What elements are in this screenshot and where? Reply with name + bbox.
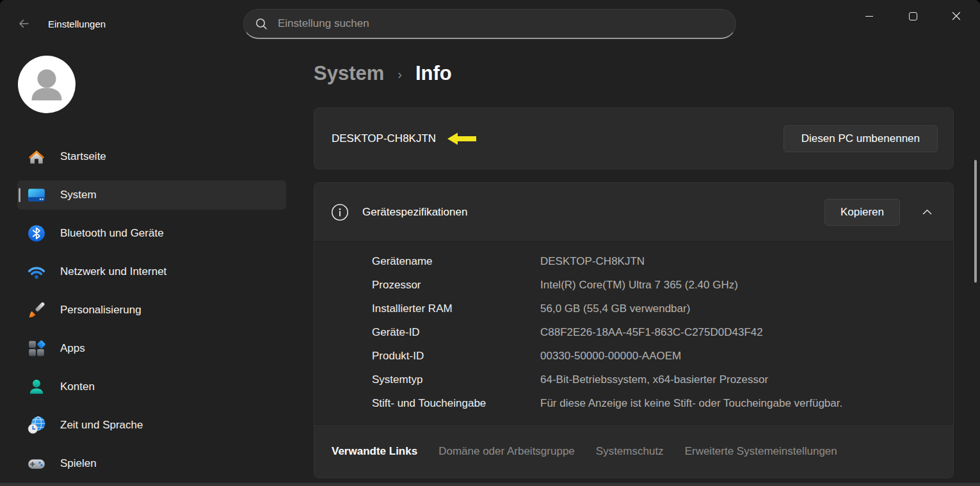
link-systemschutz[interactable]: Systemschutz <box>596 445 664 458</box>
breadcrumb: System › Info <box>314 59 452 88</box>
spec-row-geraetename: Gerätename DESKTOP-CH8KJTN <box>314 249 953 273</box>
related-links-row: Verwandte Links Domäne oder Arbeitsgrupp… <box>314 425 953 478</box>
personalization-icon <box>27 301 46 320</box>
breadcrumb-system[interactable]: System <box>314 62 384 85</box>
spec-value: Für diese Anzeige ist keine Stift- oder … <box>540 397 842 410</box>
apps-icon <box>27 339 46 358</box>
sidebar-item-konten[interactable]: Konten <box>17 372 286 402</box>
back-button[interactable] <box>10 10 37 37</box>
sidebar-item-label: Bluetooth und Geräte <box>60 227 164 240</box>
spec-value: Intel(R) Core(TM) Ultra 7 365 (2.40 GHz) <box>540 279 738 292</box>
sidebar-item-spielen[interactable]: Spielen <box>17 449 286 478</box>
spec-label: Systemtyp <box>372 373 540 386</box>
spec-value: DESKTOP-CH8KJTN <box>540 255 645 268</box>
avatar[interactable] <box>18 56 76 113</box>
sidebar-item-zeit-sprache[interactable]: Zeit und Sprache <box>17 411 286 440</box>
sidebar-item-personalisierung[interactable]: Personalisierung <box>17 295 286 325</box>
sidebar-item-startseite[interactable]: Startseite <box>17 142 286 171</box>
system-icon <box>27 185 46 205</box>
spec-value: 64-Bit-Betriebssystem, x64-basierter Pro… <box>540 373 768 386</box>
gaming-icon <box>27 454 46 473</box>
bluetooth-icon <box>27 224 46 243</box>
device-specs-card: Gerätespezifikationen Kopieren Gerätenam… <box>314 182 954 478</box>
device-specs-table: Gerätename DESKTOP-CH8KJTN Prozessor Int… <box>314 241 953 425</box>
copy-button[interactable]: Kopieren <box>824 199 900 226</box>
link-domaene-arbeitsgruppe[interactable]: Domäne oder Arbeitsgruppe <box>438 445 575 458</box>
spec-value: C88F2E26-18AA-45F1-863C-C275D0D43F42 <box>540 326 763 339</box>
sidebar-item-label: Apps <box>60 342 85 355</box>
rename-pc-button[interactable]: Diesen PC umbenennen <box>783 125 938 152</box>
settings-window: Einstellungen <box>0 0 980 486</box>
minimize-button[interactable] <box>855 1 884 31</box>
spec-row-ram: Installierter RAM 56,0 GB (55,4 GB verwe… <box>314 297 953 320</box>
device-name-group: DESKTOP-CH8KJTN <box>332 131 477 146</box>
sidebar-item-label: System <box>60 189 97 201</box>
home-icon <box>27 147 46 166</box>
sidebar-item-label: Netzwerk und Internet <box>60 265 166 278</box>
sidebar-item-label: Konten <box>60 380 95 393</box>
sidebar-nav: Startseite System Bluetooth und Geräte <box>17 142 286 486</box>
network-icon <box>27 262 46 281</box>
spec-row-produkt-id: Produkt-ID 00330-50000-00000-AAOEM <box>314 344 953 368</box>
minimize-icon <box>865 16 873 17</box>
device-specs-title: Gerätespezifikationen <box>362 206 467 219</box>
spec-label: Stift- und Toucheingabe <box>372 397 540 410</box>
collapse-toggle[interactable] <box>917 203 936 222</box>
spec-row-prozessor: Prozessor Intel(R) Core(TM) Ultra 7 365 … <box>314 273 953 297</box>
annotation-left-arrow-icon <box>447 131 477 146</box>
sidebar-item-netzwerk[interactable]: Netzwerk und Internet <box>17 257 286 286</box>
spec-value: 00330-50000-00000-AAOEM <box>540 350 681 363</box>
spec-label: Installierter RAM <box>372 302 540 315</box>
device-specs-header[interactable]: Gerätespezifikationen Kopieren <box>314 183 953 241</box>
sidebar-item-label: Startseite <box>60 150 106 163</box>
spec-row-systemtyp: Systemtyp 64-Bit-Betriebssystem, x64-bas… <box>314 368 953 391</box>
time-language-icon <box>27 416 46 435</box>
person-icon <box>18 56 76 113</box>
window-bottom-edge <box>0 483 980 486</box>
spec-value: 56,0 GB (55,4 GB verwendbar) <box>540 302 690 315</box>
window-controls <box>855 1 971 31</box>
sidebar-item-label: Zeit und Sprache <box>60 419 143 432</box>
info-icon <box>331 203 349 221</box>
breadcrumb-separator-icon: › <box>398 67 402 82</box>
accounts-icon <box>27 377 46 396</box>
sidebar-item-apps[interactable]: Apps <box>17 334 286 363</box>
sidebar-item-label: Spielen <box>60 457 97 470</box>
search-icon <box>255 18 268 30</box>
chevron-up-icon <box>922 209 932 215</box>
page-title: Info <box>415 62 452 85</box>
search-box[interactable] <box>243 9 736 39</box>
back-arrow-icon <box>17 17 30 30</box>
spec-row-stift-touch: Stift- und Toucheingabe Für diese Anzeig… <box>314 391 953 415</box>
selected-indicator <box>19 188 20 202</box>
close-button[interactable] <box>942 1 971 31</box>
sidebar-item-label: Personalisierung <box>60 304 141 317</box>
spec-row-geraete-id: Geräte-ID C88F2E26-18AA-45F1-863C-C275D0… <box>314 320 953 344</box>
spec-label: Produkt-ID <box>372 350 540 363</box>
close-icon <box>952 12 961 20</box>
spec-label: Gerätename <box>372 255 540 268</box>
search-input[interactable] <box>277 17 725 31</box>
maximize-icon <box>909 12 917 20</box>
maximize-button[interactable] <box>898 1 928 31</box>
spec-label: Geräte-ID <box>372 326 540 339</box>
sidebar-item-bluetooth[interactable]: Bluetooth und Geräte <box>17 219 286 248</box>
app-title: Einstellungen <box>48 19 106 29</box>
link-erweiterte-systemeinstellungen[interactable]: Erweiterte Systemeinstellungen <box>685 445 837 458</box>
scrollbar-thumb[interactable] <box>974 160 977 283</box>
spec-label: Prozessor <box>372 279 540 292</box>
device-name: DESKTOP-CH8KJTN <box>332 132 436 145</box>
sidebar-item-system[interactable]: System <box>17 180 286 210</box>
related-links-title: Verwandte Links <box>332 445 417 458</box>
device-name-card: DESKTOP-CH8KJTN Diesen PC umbenennen <box>314 107 954 169</box>
